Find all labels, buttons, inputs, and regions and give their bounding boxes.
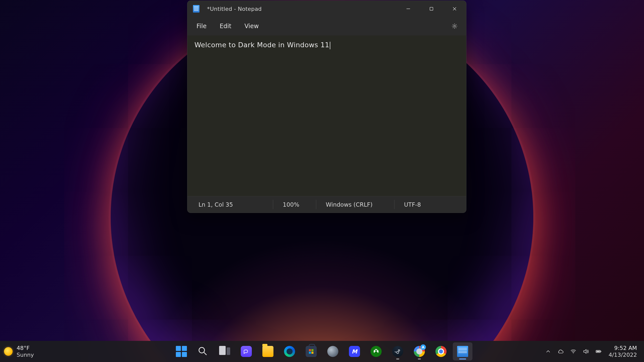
weather-widget[interactable]: 48°F Sunny <box>4 345 69 358</box>
titlebar[interactable]: *Untitled - Notepad <box>187 1 466 17</box>
maximize-button[interactable] <box>420 1 443 17</box>
task-view-button[interactable] <box>215 342 234 360</box>
menu-file[interactable]: File <box>190 20 213 32</box>
statusbar: Ln 1, Col 35 100% Windows (CRLF) UTF-8 <box>187 196 466 213</box>
taskbar-clock[interactable]: 9:52 AM 4/13/2022 <box>606 345 640 358</box>
svg-rect-11 <box>601 351 601 352</box>
tray-battery[interactable] <box>593 346 604 357</box>
tray-wifi[interactable] <box>568 346 579 357</box>
tray-onedrive[interactable] <box>555 346 566 357</box>
editor-content: Welcome to Dark Mode in Windows 11 <box>194 41 329 49</box>
taskbar-app-blue[interactable]: M <box>345 342 364 360</box>
gear-icon <box>451 23 458 29</box>
sun-icon <box>4 347 13 356</box>
status-encoding[interactable]: UTF-8 <box>394 196 435 213</box>
minimize-icon <box>406 7 411 11</box>
notepad-window: *Untitled - Notepad File Edit View <box>187 1 466 213</box>
svg-point-5 <box>199 347 205 353</box>
close-icon <box>452 7 457 11</box>
chrome-canary-icon: A <box>414 346 425 357</box>
system-tray: 9:52 AM 4/13/2022 <box>543 345 640 358</box>
svg-point-9 <box>573 353 574 354</box>
running-indicator <box>459 358 466 359</box>
grey-sphere-icon <box>327 346 338 357</box>
status-zoom[interactable]: 100% <box>273 196 316 213</box>
clock-time: 9:52 AM <box>609 345 637 352</box>
clock-date: 4/13/2022 <box>609 351 637 358</box>
svg-rect-12 <box>597 351 600 352</box>
status-position: Ln 1, Col 35 <box>187 196 273 213</box>
taskbar-steam[interactable] <box>388 342 408 360</box>
taskbar-app-grey[interactable] <box>323 342 343 360</box>
close-button[interactable] <box>443 1 466 17</box>
wifi-icon <box>570 348 577 355</box>
notepad-icon <box>457 346 468 357</box>
search-button[interactable] <box>193 342 213 360</box>
taskbar-store[interactable] <box>301 342 321 360</box>
steam-icon <box>392 346 403 357</box>
weather-temp: 48°F <box>17 345 34 352</box>
store-icon <box>306 346 317 357</box>
tray-volume[interactable] <box>580 346 591 357</box>
speaker-icon <box>583 348 589 355</box>
maximize-icon <box>429 7 434 11</box>
xbox-icon <box>371 346 382 357</box>
window-controls <box>397 1 466 17</box>
update-badge: A <box>420 344 426 350</box>
edge-icon <box>284 346 295 357</box>
running-indicator <box>396 358 399 359</box>
menu-view[interactable]: View <box>238 20 265 32</box>
taskbar-notepad[interactable] <box>453 342 472 360</box>
settings-button[interactable] <box>449 20 461 32</box>
running-indicator <box>418 358 421 359</box>
taskbar-chat[interactable] <box>236 342 256 360</box>
cloud-icon <box>557 348 564 355</box>
taskbar-xbox[interactable] <box>366 342 386 360</box>
taskbar-edge[interactable] <box>280 342 299 360</box>
start-button[interactable] <box>172 342 191 360</box>
taskbar-chrome-canary[interactable]: A <box>410 342 429 360</box>
taskbar-explorer[interactable] <box>258 342 278 360</box>
windows-icon <box>176 346 187 357</box>
battery-icon <box>595 348 602 355</box>
chrome-icon <box>435 346 447 357</box>
tray-overflow[interactable] <box>543 346 554 357</box>
taskbar-chrome[interactable] <box>431 342 451 360</box>
notepad-icon <box>193 5 199 13</box>
svg-point-8 <box>398 350 399 351</box>
status-eol[interactable]: Windows (CRLF) <box>316 196 394 213</box>
chevron-up-icon <box>545 348 551 355</box>
chat-icon <box>241 346 252 357</box>
desktop: *Untitled - Notepad File Edit View <box>0 0 644 362</box>
weather-condition: Sunny <box>17 351 34 358</box>
menubar: File Edit View <box>187 17 466 35</box>
search-icon <box>197 346 209 357</box>
menu-edit[interactable]: Edit <box>213 20 238 32</box>
svg-point-4 <box>454 25 456 27</box>
taskbar-center: M A <box>172 341 472 362</box>
taskbar: 48°F Sunny <box>0 341 644 362</box>
svg-rect-1 <box>430 7 433 10</box>
file-explorer-icon <box>262 346 273 357</box>
minimize-button[interactable] <box>397 1 420 17</box>
window-title: *Untitled - Notepad <box>207 6 262 12</box>
blue-app-icon: M <box>349 346 360 357</box>
text-cursor <box>330 42 330 49</box>
text-editor[interactable]: Welcome to Dark Mode in Windows 11 <box>187 35 466 196</box>
task-view-icon <box>219 346 230 357</box>
svg-line-6 <box>204 352 207 355</box>
